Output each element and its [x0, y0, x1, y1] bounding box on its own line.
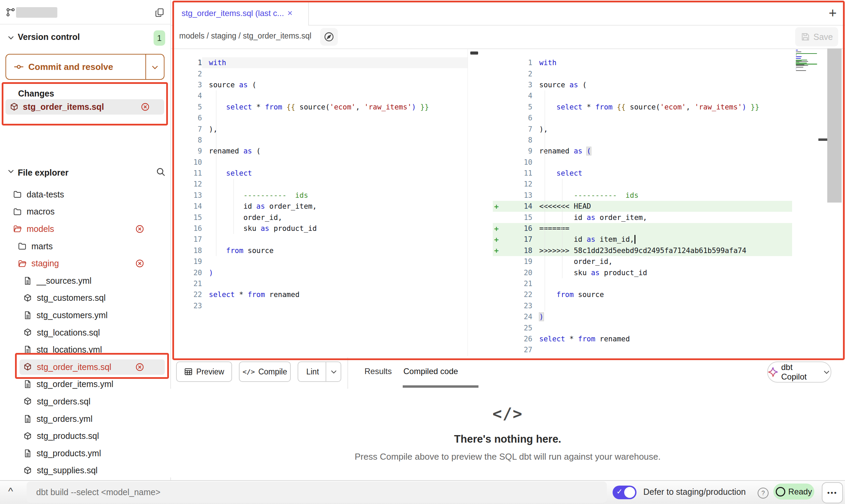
active-editor-tab[interactable]: stg_order_items.sql (last c... × — [174, 1, 309, 26]
more-options-button[interactable]: ••• — [822, 482, 843, 503]
code-line-10[interactable]: 10 — [174, 157, 468, 168]
commit-dropdown-chevron-icon[interactable] — [151, 63, 159, 72]
code-line-23[interactable]: 23 — [493, 300, 792, 311]
file-explorer-item-stg_locations.yml[interactable]: stg_locations.yml — [0, 341, 170, 358]
file-explorer-item-__sources.yml[interactable]: __sources.yml — [0, 272, 170, 290]
code-line-5[interactable]: 5 select * from {{ source('ecom', 'raw_i… — [174, 102, 468, 113]
code-line-20[interactable]: 20 sku as product_id — [493, 267, 792, 278]
code-line-13[interactable]: 13 ---------- ids — [493, 190, 792, 201]
file-explorer-item-stg_customers.sql[interactable]: stg_customers.sql — [0, 290, 170, 307]
code-line-23[interactable]: 23 — [174, 300, 468, 311]
code-line-6[interactable]: 6 — [493, 113, 792, 123]
code-line-7[interactable]: 7), — [174, 123, 468, 134]
code-line-19[interactable]: 19 order_id, — [493, 256, 792, 267]
preview-button[interactable]: Preview — [176, 361, 232, 382]
discard-x-icon[interactable] — [141, 102, 150, 112]
left-pane-scrollbar-thumb[interactable] — [470, 51, 478, 55]
code-line-8[interactable]: 8 — [493, 135, 792, 146]
code-line-14[interactable]: +14<<<<<<< HEAD — [493, 201, 792, 212]
compile-button[interactable]: </> Compile — [239, 361, 291, 382]
code-line-22[interactable]: 22select * from renamed — [174, 289, 468, 300]
right-scroll-indicator[interactable] — [818, 138, 827, 141]
code-line-11[interactable]: 11 select — [493, 168, 792, 179]
version-control-collapse-icon[interactable] — [7, 33, 15, 42]
file-explorer-collapse-icon[interactable] — [7, 167, 15, 175]
file-explorer-item-marts[interactable]: marts — [0, 238, 170, 255]
lint-button[interactable]: Lint — [298, 361, 341, 382]
search-icon[interactable] — [156, 167, 166, 177]
file-explorer-item-stg_locations.sql[interactable]: stg_locations.sql — [0, 324, 170, 341]
code-line-3[interactable]: 3source as ( — [174, 79, 468, 90]
code-line-14[interactable]: 14 id as order_item, — [174, 201, 468, 212]
file-explorer-item-stg_order_items.sql[interactable]: stg_order_items.sql — [0, 358, 170, 376]
file-explorer-title[interactable]: File explorer — [18, 168, 69, 178]
code-line-15[interactable]: 15 id as order_item, — [493, 212, 792, 223]
code-line-6[interactable]: 6 — [174, 113, 468, 123]
code-line-16[interactable]: +16======= — [493, 223, 792, 234]
code-pane-conflicted[interactable]: 1with23source as (45 select * from {{ so… — [493, 57, 792, 356]
code-line-16[interactable]: 16 sku as product_id — [174, 223, 468, 234]
code-line-7[interactable]: 7), — [493, 123, 792, 134]
file-explorer-item-stg_orders.yml[interactable]: stg_orders.yml — [0, 410, 170, 428]
code-line-17[interactable]: 17 — [174, 234, 468, 245]
file-explorer-item-stg_products.sql[interactable]: stg_products.sql — [0, 427, 170, 445]
file-explorer-item-stg_customers.yml[interactable]: stg_customers.yml — [0, 307, 170, 324]
code-line-20[interactable]: 20) — [174, 267, 468, 278]
ready-status-badge[interactable]: Ready — [773, 484, 814, 500]
code-line-26[interactable]: 26select * from renamed — [493, 333, 792, 344]
lineage-compass-icon[interactable] — [320, 28, 338, 46]
file-explorer-item-stg_supplies.sql[interactable]: stg_supplies.sql — [0, 462, 170, 479]
code-line-4[interactable]: 4 — [174, 90, 468, 101]
code-line-9[interactable]: 9renamed as ( — [174, 146, 468, 157]
discard-x-icon[interactable] — [135, 259, 144, 268]
code-line-13[interactable]: 13 ---------- ids — [174, 190, 468, 201]
code-line-1[interactable]: 1with — [174, 57, 468, 68]
copy-icon[interactable] — [155, 8, 165, 18]
code-line-4[interactable]: 4 — [493, 90, 792, 101]
code-line-2[interactable]: 2 — [493, 68, 792, 79]
discard-x-icon[interactable] — [135, 362, 144, 372]
branch-name-redacted[interactable] — [16, 7, 57, 18]
collapse-panel-caret[interactable]: ^ — [8, 486, 13, 497]
commit-and-resolve-button[interactable]: Commit and resolve — [5, 54, 164, 80]
save-button[interactable]: Save — [795, 27, 838, 46]
code-line-5[interactable]: 5 select * from {{ source('ecom', 'raw_i… — [493, 102, 792, 113]
code-line-19[interactable]: 19 — [174, 256, 468, 267]
code-line-21[interactable]: 21 — [174, 278, 468, 289]
code-line-11[interactable]: 11 select — [174, 168, 468, 179]
version-control-title[interactable]: Version control — [18, 32, 80, 42]
code-line-2[interactable]: 2 — [174, 68, 468, 79]
code-line-3[interactable]: 3source as ( — [493, 79, 792, 90]
code-line-9[interactable]: 9renamed as ( — [493, 146, 792, 157]
file-explorer-item-stg_order_items.yml[interactable]: stg_order_items.yml — [0, 376, 170, 393]
code-line-12[interactable]: 12 — [493, 179, 792, 190]
code-line-27[interactable]: 27 — [493, 344, 792, 355]
discard-x-icon[interactable] — [135, 224, 144, 234]
file-explorer-item-models[interactable]: models — [0, 220, 170, 238]
code-line-1[interactable]: 1with — [493, 57, 792, 68]
code-line-22[interactable]: 22 from source — [493, 289, 792, 300]
tab-close-icon[interactable]: × — [287, 8, 292, 18]
code-line-25[interactable]: 25 — [493, 322, 792, 333]
code-line-10[interactable]: 10 — [493, 157, 792, 168]
editor-scrollbar[interactable] — [827, 48, 842, 203]
code-pane-original[interactable]: 1with23source as (45 select * from {{ so… — [174, 57, 468, 311]
code-line-8[interactable]: 8 — [174, 135, 468, 146]
new-tab-button[interactable]: + — [826, 6, 840, 20]
code-line-17[interactable]: +17 id as item_id, — [493, 234, 792, 245]
code-line-15[interactable]: 15 order_id, — [174, 212, 468, 223]
code-line-12[interactable]: 12 — [174, 179, 468, 190]
chevron-down-icon[interactable] — [330, 368, 338, 376]
file-explorer-item-data-tests[interactable]: data-tests — [0, 186, 170, 203]
file-explorer-item-staging[interactable]: staging — [0, 255, 170, 272]
changed-file-row[interactable]: stg_order_items.sql — [5, 99, 164, 115]
file-explorer-item-stg_orders.sql[interactable]: stg_orders.sql — [0, 393, 170, 410]
code-line-21[interactable]: 21 — [493, 278, 792, 289]
minimap[interactable] — [796, 50, 818, 72]
file-explorer-item-macros[interactable]: macros — [0, 203, 170, 221]
tab-results[interactable]: Results — [364, 367, 392, 376]
code-line-18[interactable]: 18 from source — [174, 245, 468, 256]
code-line-18[interactable]: +18>>>>>>> 58c1dd23d5eebd9cd2495fa7124ab… — [493, 245, 792, 256]
command-input[interactable]: dbt build --select <model_name> — [27, 481, 607, 503]
defer-toggle[interactable]: ✓ — [613, 486, 636, 499]
